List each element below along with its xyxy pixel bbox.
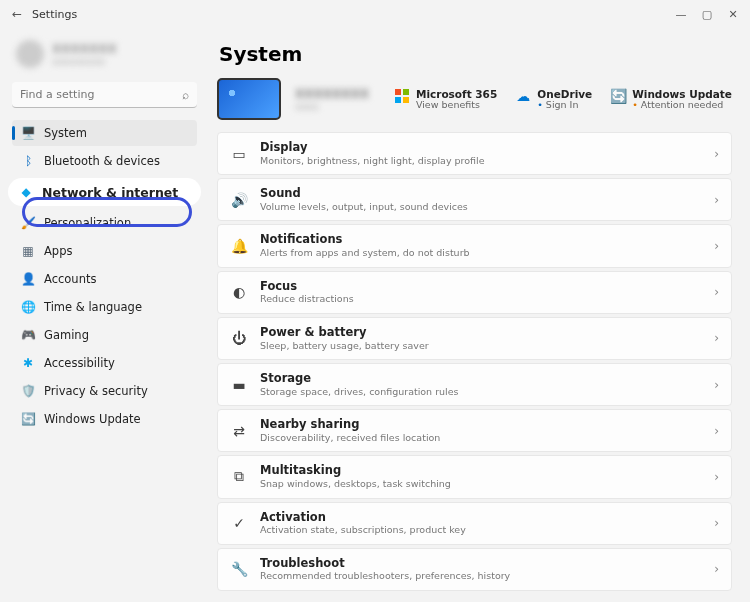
row-sub: Volume levels, output, input, sound devi… — [260, 201, 702, 212]
sidebar-item-gaming[interactable]: 🎮 Gaming — [12, 322, 197, 348]
row-sound[interactable]: 🔊 SoundVolume levels, output, input, sou… — [217, 178, 732, 221]
sidebar-item-apps[interactable]: ▦ Apps — [12, 238, 197, 264]
row-power[interactable]: ⏻ Power & batterySleep, battery usage, b… — [217, 317, 732, 360]
row-title: Focus — [260, 280, 702, 294]
sidebar-item-time-language[interactable]: 🌐 Time & language — [12, 294, 197, 320]
sidebar-item-windows-update[interactable]: 🔄 Windows Update — [12, 406, 197, 432]
maximize-button[interactable]: ▢ — [700, 7, 714, 21]
sidebar-item-personalization[interactable]: 🖌️ Personalization — [12, 210, 197, 236]
sidebar-item-system[interactable]: 🖥️ System — [12, 120, 197, 146]
wrench-icon: 🔧 — [230, 560, 248, 578]
sidebar-item-label: Privacy & security — [44, 384, 148, 398]
shield-icon: 🛡️ — [20, 383, 36, 399]
user-profile[interactable]: XXXXXXX xxxxxxxxx — [16, 40, 193, 68]
titlebar: ← Settings — ▢ ✕ — [0, 0, 750, 28]
status-sub: View benefits — [416, 100, 497, 111]
row-sub: Snap windows, desktops, task switching — [260, 478, 702, 489]
svg-rect-1 — [403, 89, 409, 95]
row-sub: Monitors, brightness, night light, displ… — [260, 155, 702, 166]
status-microsoft365[interactable]: Microsoft 365 View benefits — [394, 88, 497, 111]
sidebar-item-accessibility[interactable]: ✱ Accessibility — [12, 350, 197, 376]
back-button[interactable]: ← — [10, 5, 24, 23]
globe-icon: 🌐 — [20, 299, 36, 315]
status-sub: Sign In — [537, 100, 592, 111]
content: XXXXXXX xxxxxxxxx ⌕ 🖥️ System ᛒ Bluetoot… — [0, 28, 750, 602]
power-icon: ⏻ — [230, 329, 248, 347]
row-sub: Discoverability, received files location — [260, 432, 702, 443]
status-onedrive[interactable]: ☁︎ OneDrive Sign In — [515, 88, 592, 111]
sidebar-item-label: Gaming — [44, 328, 89, 342]
row-multitasking[interactable]: ⧉ MultitaskingSnap windows, desktops, ta… — [217, 455, 732, 498]
status-items: Microsoft 365 View benefits ☁︎ OneDrive … — [394, 88, 732, 111]
device-thumbnail[interactable] — [217, 78, 281, 120]
row-title: Notifications — [260, 233, 702, 247]
status-windows-update[interactable]: 🔄 Windows Update Attention needed — [610, 88, 732, 111]
row-sub: Storage space, drives, configuration rul… — [260, 386, 702, 397]
row-title: Troubleshoot — [260, 557, 702, 571]
row-focus[interactable]: ◐ FocusReduce distractions › — [217, 271, 732, 314]
sidebar-item-label: Time & language — [44, 300, 142, 314]
refresh-icon: 🔄 — [20, 411, 36, 427]
sidebar-item-bluetooth[interactable]: ᛒ Bluetooth & devices — [12, 148, 197, 174]
window-controls: — ▢ ✕ — [674, 7, 740, 21]
search-input[interactable] — [12, 82, 197, 108]
row-title: Sound — [260, 187, 702, 201]
device-status-row: XXXXXXXX xxxx Microsoft 365 View benefit… — [217, 78, 732, 120]
row-notifications[interactable]: 🔔 NotificationsAlerts from apps and syst… — [217, 224, 732, 267]
profile-name: XXXXXXX — [52, 42, 117, 56]
accessibility-icon: ✱ — [20, 355, 36, 371]
app-name: Settings — [32, 8, 77, 21]
person-icon: 👤 — [20, 271, 36, 287]
minimize-button[interactable]: — — [674, 7, 688, 21]
close-button[interactable]: ✕ — [726, 7, 740, 21]
status-title: Microsoft 365 — [416, 88, 497, 100]
check-icon: ✓ — [230, 514, 248, 532]
profile-email: xxxxxxxxx — [52, 56, 117, 67]
chevron-right-icon: › — [714, 147, 719, 161]
row-sub: Recommended troubleshooters, preferences… — [260, 570, 702, 581]
sidebar: XXXXXXX xxxxxxxxx ⌕ 🖥️ System ᛒ Bluetoot… — [0, 28, 205, 602]
gamepad-icon: 🎮 — [20, 327, 36, 343]
chevron-right-icon: › — [714, 516, 719, 530]
search-container: ⌕ — [12, 82, 197, 108]
row-title: Multitasking — [260, 464, 702, 478]
svg-rect-3 — [403, 97, 409, 103]
storage-icon: ▬ — [230, 376, 248, 394]
row-activation[interactable]: ✓ ActivationActivation state, subscripti… — [217, 502, 732, 545]
row-sub: Reduce distractions — [260, 293, 702, 304]
row-title: Nearby sharing — [260, 418, 702, 432]
chevron-right-icon: › — [714, 470, 719, 484]
main-panel: System XXXXXXXX xxxx Microsoft 365 View … — [205, 28, 750, 602]
sidebar-item-network[interactable]: ◆ Network & internet — [8, 178, 201, 206]
sidebar-item-accounts[interactable]: 👤 Accounts — [12, 266, 197, 292]
row-troubleshoot[interactable]: 🔧 TroubleshootRecommended troubleshooter… — [217, 548, 732, 591]
titlebar-left: ← Settings — [10, 5, 77, 23]
row-sub: Alerts from apps and system, do not dist… — [260, 247, 702, 258]
chevron-right-icon: › — [714, 193, 719, 207]
chevron-right-icon: › — [714, 239, 719, 253]
row-title: Activation — [260, 511, 702, 525]
row-sub: Sleep, battery usage, battery saver — [260, 340, 702, 351]
chevron-right-icon: › — [714, 285, 719, 299]
row-sub: Activation state, subscriptions, product… — [260, 524, 702, 535]
sidebar-item-privacy[interactable]: 🛡️ Privacy & security — [12, 378, 197, 404]
share-icon: ⇄ — [230, 422, 248, 440]
multitask-icon: ⧉ — [230, 468, 248, 486]
sidebar-item-label: Accessibility — [44, 356, 115, 370]
row-storage[interactable]: ▬ StorageStorage space, drives, configur… — [217, 363, 732, 406]
chevron-right-icon: › — [714, 331, 719, 345]
status-title: Windows Update — [632, 88, 732, 100]
brush-icon: 🖌️ — [20, 215, 36, 231]
row-nearby-sharing[interactable]: ⇄ Nearby sharingDiscoverability, receive… — [217, 409, 732, 452]
chevron-right-icon: › — [714, 378, 719, 392]
settings-window: ← Settings — ▢ ✕ XXXXXXX xxxxxxxxx ⌕ � — [0, 0, 750, 602]
sidebar-item-label: Windows Update — [44, 412, 141, 426]
focus-icon: ◐ — [230, 283, 248, 301]
sidebar-item-label: Network & internet — [42, 185, 178, 200]
svg-rect-2 — [395, 97, 401, 103]
search-icon: ⌕ — [182, 88, 189, 102]
bell-icon: 🔔 — [230, 237, 248, 255]
settings-rows: ▭ DisplayMonitors, brightness, night lig… — [217, 132, 732, 591]
apps-icon: ▦ — [20, 243, 36, 259]
row-display[interactable]: ▭ DisplayMonitors, brightness, night lig… — [217, 132, 732, 175]
